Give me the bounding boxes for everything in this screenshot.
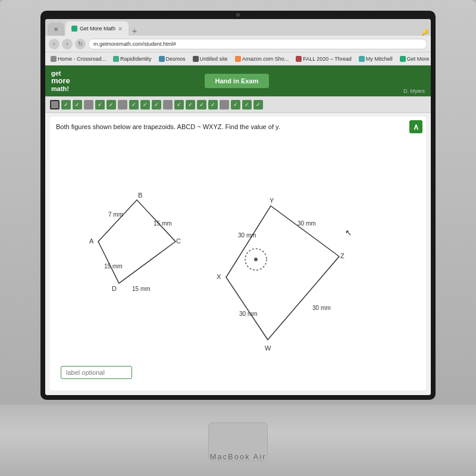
tab-inactive[interactable]: ✕ — [48, 23, 64, 36]
tab-active[interactable]: Get More Math ✕ — [65, 21, 129, 36]
diagram-container: A B C D 7 mm 15 mm 15 mm 15 mm — [56, 137, 420, 364]
bookmark-gmm-label: Get More Math — [407, 56, 431, 62]
angle-marker-dot — [254, 258, 258, 261]
vertex-b: B — [138, 192, 142, 199]
progress-item-2[interactable]: ✓ — [73, 100, 82, 109]
progress-item-10[interactable] — [163, 100, 173, 109]
website-content: get more math! Hand in Exam D. Myers ✓ ✓… — [45, 65, 431, 395]
bookmark-mitchell[interactable]: My Mitchell — [356, 55, 396, 63]
tab-label: Get More Math — [80, 26, 115, 32]
side-bc-label: 15 mm — [154, 220, 172, 227]
answer-area — [61, 366, 415, 379]
progress-item-15[interactable] — [220, 100, 229, 109]
progress-item-7[interactable]: ✓ — [129, 100, 139, 109]
side-ab-label: 7 mm — [108, 211, 123, 218]
camera — [236, 13, 240, 17]
screen-bezel: ✕ Get More Math ✕ + 🔑 ‹ › ↻ m.getmoremat… — [40, 11, 436, 400]
side-xy-label: 30 mm — [238, 232, 256, 239]
bookmark-rapid-label: RapidIdentity — [120, 56, 152, 62]
right-trapezoid — [226, 206, 339, 340]
vertex-x: X — [217, 273, 221, 280]
gmm-logo-more: more — [51, 77, 70, 85]
bookmark-amazon-label: Amazon.com Sho... — [242, 56, 289, 62]
hand-in-exam-button[interactable]: Hand in Exam — [205, 74, 270, 88]
bookmark-mitchell-label: My Mitchell — [366, 56, 393, 62]
bookmark-fall-label: FALL 2020 – Thread — [303, 56, 352, 62]
bookmark-fall[interactable]: FALL 2020 – Thread — [293, 55, 355, 63]
side-yz-label: 30 mm — [298, 220, 316, 227]
bookmark-home-label: Home - Crossroad... — [58, 56, 106, 62]
side-wx-label: 30 mm — [239, 311, 258, 317]
bookmark-desmos-icon — [159, 56, 165, 62]
bookmark-gmm[interactable]: Get More Math — [397, 55, 431, 63]
gmm-logo-math: math! — [51, 85, 70, 92]
new-tab-button[interactable]: + — [132, 26, 137, 36]
problem-description: Both figures shown below are trapezoids.… — [56, 123, 282, 131]
progress-item-18[interactable]: ✓ — [253, 100, 263, 109]
progress-bar: ✓ ✓ ✓ ✓ ✓ ✓ ✓ ✓ ✓ ✓ ✓ ✓ ✓ — [45, 96, 431, 113]
bookmark-home-icon — [51, 56, 57, 62]
address-bar[interactable]: m.getmoremath.com/student.html# — [88, 39, 427, 49]
gmm-header: get more math! Hand in Exam D. Myers — [45, 65, 431, 96]
vertex-d: D — [112, 285, 117, 292]
gmm-user: D. Myers — [403, 88, 425, 96]
laptop-shell: ✕ Get More Math ✕ + 🔑 ‹ › ↻ m.getmoremat… — [0, 0, 476, 476]
screen: ✕ Get More Math ✕ + 🔑 ‹ › ↻ m.getmoremat… — [45, 19, 431, 395]
progress-item-9[interactable]: ✓ — [152, 100, 161, 109]
gmm-logo: get more math! — [51, 70, 70, 92]
side-cd-label: 15 mm — [132, 286, 151, 292]
progress-item-3[interactable] — [84, 100, 93, 109]
progress-item-16[interactable]: ✓ — [231, 100, 240, 109]
browser-tabs: ✕ Get More Math ✕ + 🔑 — [45, 19, 431, 36]
cursor-icon: ↖ — [345, 228, 352, 237]
progress-item-6[interactable] — [118, 100, 127, 109]
vertex-y-top: Y — [270, 197, 274, 204]
progress-item-14[interactable]: ✓ — [208, 100, 218, 109]
answer-input[interactable] — [61, 366, 132, 379]
progress-item-4[interactable]: ✓ — [95, 100, 105, 109]
macbook-label: MacBook Air — [210, 452, 267, 461]
back-button[interactable]: ‹ — [49, 39, 60, 49]
bookmark-desmos-label: Desmos — [166, 56, 186, 62]
bookmark-untitled[interactable]: Untitled site — [190, 55, 231, 63]
progress-item-11[interactable]: ✓ — [174, 100, 184, 109]
browser-controls: ‹ › ↻ m.getmoremath.com/student.html# — [45, 36, 431, 52]
tab-close-icon[interactable]: ✕ — [118, 26, 123, 32]
progress-item-8[interactable]: ✓ — [140, 100, 150, 109]
refresh-button[interactable]: ↻ — [75, 39, 86, 49]
bookmark-untitled-icon — [193, 56, 199, 62]
tab-favicon — [71, 26, 77, 32]
progress-item-13[interactable]: ✓ — [197, 100, 206, 109]
bookmark-home[interactable]: Home - Crossroad... — [48, 55, 109, 63]
progress-item-5[interactable]: ✓ — [107, 100, 116, 109]
bookmark-amazon-icon — [235, 56, 241, 62]
progress-item-current[interactable] — [50, 100, 60, 109]
geometry-diagram: A B C D 7 mm 15 mm 15 mm 15 mm — [56, 137, 420, 364]
bookmarks-bar: Home - Crossroad... RapidIdentity Desmos… — [45, 52, 431, 65]
problem-area: ∧ Both figures shown below are trapezoid… — [50, 117, 426, 390]
side-zw-label: 30 mm — [312, 305, 331, 311]
address-text: m.getmoremath.com/student.html# — [93, 41, 176, 47]
progress-item-12[interactable]: ✓ — [186, 100, 195, 109]
bookmark-rapid-icon — [113, 56, 119, 62]
vertex-z: Z — [340, 252, 345, 259]
progress-item-1[interactable]: ✓ — [61, 100, 71, 109]
vertex-w: W — [265, 345, 271, 352]
vertex-c: C — [176, 237, 181, 245]
bookmark-untitled-label: Untitled site — [200, 56, 228, 62]
key-icon: 🔑 — [421, 29, 428, 36]
bookmark-amazon[interactable]: Amazon.com Sho... — [232, 55, 292, 63]
bookmark-rapid[interactable]: RapidIdentity — [110, 55, 155, 63]
bookmark-fall-icon — [296, 56, 302, 62]
bookmark-desmos[interactable]: Desmos — [156, 55, 189, 63]
progress-item-17[interactable]: ✓ — [242, 100, 252, 109]
forward-button[interactable]: › — [62, 39, 73, 49]
vertex-a: A — [89, 237, 94, 245]
expand-button[interactable]: ∧ — [409, 120, 422, 133]
laptop-bottom: MacBook Air — [0, 405, 476, 476]
tab-x-icon: ✕ — [54, 26, 58, 33]
bookmark-gmm-icon — [400, 56, 406, 62]
side-da-label: 15 mm — [104, 263, 123, 270]
bookmark-mitchell-icon — [359, 56, 365, 62]
